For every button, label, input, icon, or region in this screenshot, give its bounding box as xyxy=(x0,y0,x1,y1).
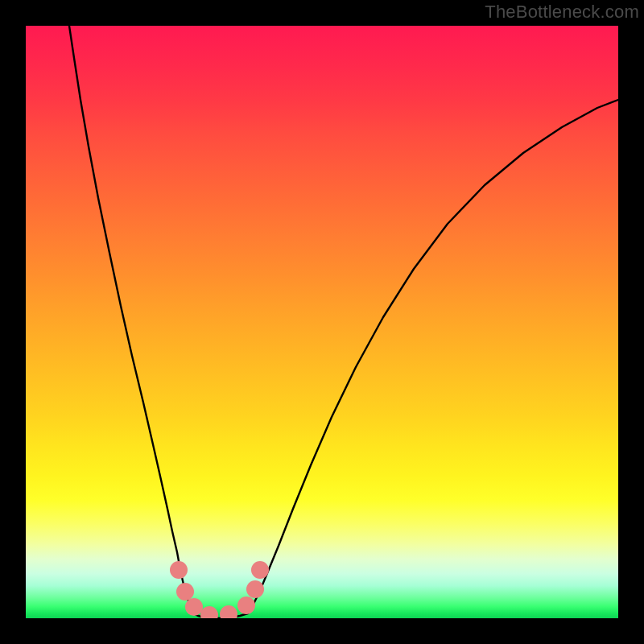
marker-dot xyxy=(176,583,194,601)
marker-dot xyxy=(251,561,269,579)
chart-frame: TheBottleneck.com xyxy=(0,0,644,644)
marker-group xyxy=(170,561,269,618)
marker-dot xyxy=(170,561,188,579)
marker-dot xyxy=(200,606,218,618)
watermark-text: TheBottleneck.com xyxy=(485,2,639,23)
marker-dot xyxy=(237,597,255,614)
bottleneck-curve xyxy=(69,26,618,618)
marker-dot xyxy=(220,605,237,618)
marker-dot xyxy=(185,598,203,616)
plot-area xyxy=(26,26,618,618)
marker-dot xyxy=(246,580,264,598)
chart-svg xyxy=(26,26,618,618)
